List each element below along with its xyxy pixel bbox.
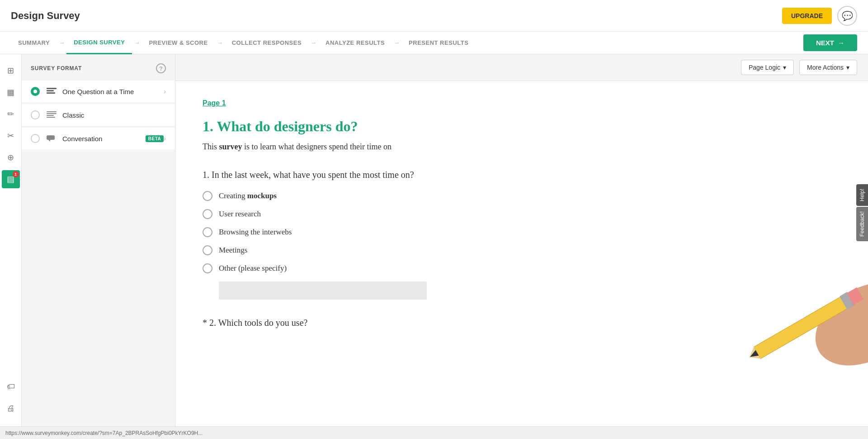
format-option-one-question[interactable]: One Question at a Time › [22, 81, 175, 102]
nav-arrow-4: → [311, 39, 316, 46]
radio-conversation [31, 134, 40, 143]
beta-badge: BETA [146, 135, 164, 142]
badge-1: 1 [13, 171, 19, 177]
sidebar-grid-format-icon[interactable]: ▤ 1 [2, 170, 20, 188]
survey-description: This survey is to learn what designers s… [203, 142, 555, 152]
nav-analyze[interactable]: ANALYZE RESULTS [318, 32, 392, 54]
nav-arrow-1: → [59, 39, 65, 46]
nav-summary[interactable]: SUMMARY [11, 32, 57, 54]
svg-rect-11 [754, 293, 854, 359]
format-classic-label: Classic [62, 111, 166, 119]
help-tab[interactable]: Help! [856, 184, 868, 206]
radio-answer-5[interactable] [203, 263, 212, 273]
sidebar-scissors-icon[interactable]: ✂ [2, 127, 20, 145]
answer-option-3[interactable]: Browsing the interwebs [203, 227, 555, 237]
sidebar-edit-icon[interactable]: ✏ [2, 105, 20, 123]
conversation-icon [45, 134, 58, 143]
answer-2-text: User research [219, 210, 261, 219]
edit-icon: ✏ [7, 109, 14, 119]
sidebar-print-icon[interactable]: 🖨 [2, 399, 20, 417]
one-question-chevron-icon: › [164, 88, 166, 95]
help-button[interactable]: ? [156, 63, 166, 73]
layers-icon: ⊞ [7, 66, 14, 76]
more-actions-button[interactable]: More Actions ▾ [799, 60, 857, 75]
format-panel: SURVEY FORMAT ? One Question at a Time › [22, 54, 175, 439]
content-area: Page Logic ▾ More Actions ▾ Page 1 1. Wh… [175, 54, 868, 439]
nav-right: NEXT → [803, 34, 857, 51]
svg-rect-5 [47, 115, 54, 116]
next-button[interactable]: NEXT → [803, 34, 857, 51]
survey-title: 1. What do designers do? [203, 118, 555, 135]
radio-answer-3[interactable] [203, 227, 212, 237]
description-suffix: is to learn what designers spend their t… [242, 142, 392, 151]
dashboard-icon: ▦ [7, 87, 14, 97]
more-actions-label: More Actions [807, 64, 844, 71]
answer-4-text: Meetings [219, 246, 247, 255]
other-specify-input[interactable] [219, 282, 427, 300]
radio-answer-2[interactable] [203, 209, 212, 219]
radio-answer-4[interactable] [203, 245, 212, 255]
pencil-decoration [687, 258, 868, 439]
svg-rect-7 [47, 135, 55, 140]
nav-arrow-5: → [394, 39, 400, 46]
nav-design-survey[interactable]: DESIGN SURVEY [66, 32, 132, 54]
svg-rect-1 [47, 90, 54, 91]
nav-collect[interactable]: COLLECT RESPONSES [225, 32, 309, 54]
answer-option-2[interactable]: User research [203, 209, 555, 219]
question-1-text: 1. In the last week, what have you spent… [203, 170, 555, 180]
radio-answer-1[interactable] [203, 191, 212, 201]
svg-rect-2 [47, 92, 55, 94]
chat-button[interactable]: 💬 [837, 6, 857, 26]
svg-rect-4 [47, 113, 57, 114]
radio-classic [31, 110, 40, 119]
main-layout: ⊞ ▦ ✏ ✂ ⊕ ▤ 1 🏷 🖨 ‹ SURVEY FORMAT [0, 54, 868, 439]
svg-marker-15 [749, 350, 759, 360]
sidebar-dashboard-icon[interactable]: ▦ [2, 83, 20, 101]
nav-bar: SUMMARY → DESIGN SURVEY → PREVIEW & SCOR… [0, 32, 868, 54]
scissors-icon: ✂ [7, 131, 14, 141]
chat-icon: 💬 [842, 10, 853, 21]
sidebar-layers-icon[interactable]: ⊞ [2, 62, 20, 80]
sidebar-tag-icon[interactable]: 🏷 [2, 377, 20, 396]
app-title: Design Survey [11, 10, 80, 22]
answer-option-5[interactable]: Other (please specify) [203, 263, 555, 273]
side-tabs: Help! Feedback! [856, 184, 868, 241]
print-icon: 🖨 [7, 404, 15, 413]
svg-rect-3 [47, 111, 57, 112]
feedback-tab[interactable]: Feedback! [856, 207, 868, 241]
page-link[interactable]: Page 1 [203, 99, 555, 107]
format-conversation-label: Conversation [62, 135, 142, 143]
sidebar-adjust-icon[interactable]: ⊕ [2, 148, 20, 167]
status-url: https://www.surveymonkey.com/create/?sm=… [5, 430, 203, 436]
svg-rect-13 [840, 292, 855, 310]
format-option-classic[interactable]: Classic [22, 104, 175, 126]
icon-sidebar: ⊞ ▦ ✏ ✂ ⊕ ▤ 1 🏷 🖨 ‹ [0, 54, 22, 439]
page-logic-button[interactable]: Page Logic ▾ [741, 60, 794, 75]
answer-option-4[interactable]: Meetings [203, 245, 555, 255]
svg-marker-12 [746, 347, 760, 363]
top-bar: Design Survey UPGRADE 💬 [0, 0, 868, 32]
format-panel-header: SURVEY FORMAT ? [22, 63, 175, 81]
nav-present[interactable]: PRESENT RESULTS [401, 32, 476, 54]
page-logic-chevron-icon: ▾ [783, 64, 786, 71]
status-bar: https://www.surveymonkey.com/create/?sm=… [0, 426, 868, 439]
top-bar-actions: UPGRADE 💬 [782, 6, 857, 26]
nav-preview[interactable]: PREVIEW & SCORE [142, 32, 215, 54]
classic-icon [45, 110, 58, 119]
content-toolbar: Page Logic ▾ More Actions ▾ [175, 54, 868, 81]
svg-rect-10 [754, 293, 854, 359]
answer-option-1[interactable]: Creating mockups [203, 191, 555, 201]
page-logic-label: Page Logic [749, 64, 780, 71]
format-one-question-label: One Question at a Time [62, 88, 164, 95]
svg-rect-14 [847, 287, 863, 305]
answer-3-text: Browsing the interwebs [219, 228, 292, 237]
survey-content: Page 1 1. What do designers do? This sur… [175, 81, 582, 346]
svg-rect-6 [47, 117, 55, 118]
svg-point-9 [801, 266, 868, 383]
format-option-conversation[interactable]: Conversation BETA › [22, 128, 175, 149]
answer-1-text: Creating mockups [219, 191, 277, 200]
more-actions-chevron-icon: ▾ [846, 64, 849, 71]
adjust-icon: ⊕ [7, 153, 14, 162]
svg-rect-0 [47, 88, 57, 89]
upgrade-button[interactable]: UPGRADE [782, 8, 832, 24]
